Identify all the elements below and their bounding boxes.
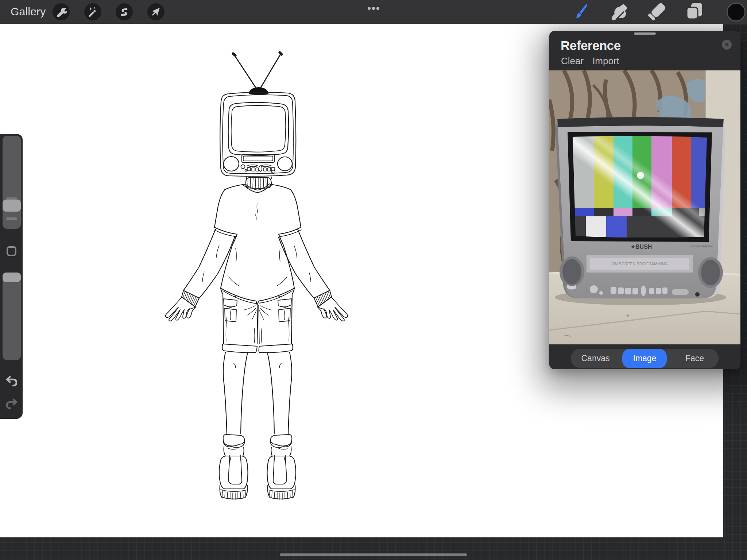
svg-text:✦BUSH: ✦BUSH — [631, 244, 652, 250]
svg-text:ON SCREEN PROGRAMMING: ON SCREEN PROGRAMMING — [612, 262, 668, 266]
svg-text:COLOUR TELEVISION: COLOUR TELEVISION — [690, 245, 713, 247]
